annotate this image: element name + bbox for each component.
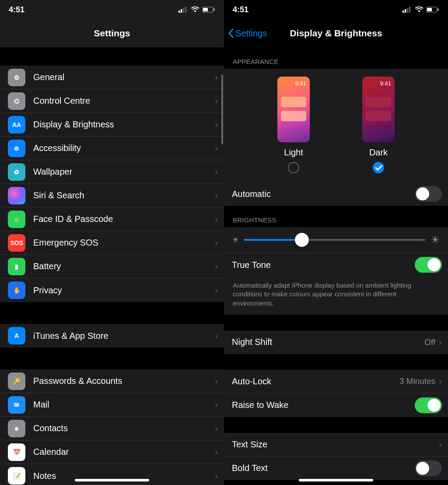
display-brightness-screen: 4:51 Settings Display & Brightness Appea…	[224, 0, 448, 485]
battery-icon	[426, 7, 439, 13]
truetone-note: Automatically adapt iPhone display based…	[224, 277, 448, 315]
settings-row-wallpaper[interactable]: ✿Wallpaper›	[0, 160, 224, 184]
chevron-right-icon: ›	[215, 119, 218, 130]
svg-rect-2	[183, 8, 185, 13]
settings-row-general[interactable]: ⚙︎General›	[0, 66, 224, 89]
chevron-right-icon: ›	[215, 190, 218, 200]
light-radio[interactable]	[288, 162, 299, 173]
appearance-light[interactable]: 9:41 Light	[277, 77, 310, 173]
chevron-right-icon: ›	[215, 167, 218, 177]
chevron-right-icon: ›	[215, 285, 218, 295]
scrollbar[interactable]	[221, 74, 223, 144]
svg-rect-10	[409, 7, 411, 13]
svg-rect-9	[407, 8, 409, 13]
control-centre-icon: ⌬	[8, 92, 25, 110]
raise-toggle[interactable]	[415, 397, 442, 413]
statusbar: 4:51	[224, 0, 448, 19]
settings-row-sos[interactable]: SOSEmergency SOS›	[0, 231, 224, 255]
wallpaper-icon: ✿	[8, 163, 25, 181]
faceid-label: Face ID & Passcode	[33, 214, 215, 224]
settings-row-mail[interactable]: ✉︎Mail›	[0, 393, 224, 417]
brightness-slider[interactable]	[244, 233, 425, 246]
itunes-label: iTunes & App Store	[33, 331, 215, 341]
back-button[interactable]: Settings	[228, 28, 267, 39]
chevron-right-icon: ›	[215, 261, 218, 271]
home-indicator[interactable]	[75, 479, 149, 481]
settings-row-privacy[interactable]: ✋Privacy›	[0, 278, 224, 302]
chevron-right-icon: ›	[215, 72, 218, 82]
brightness-slider-row: ☀︎ ☀︎	[224, 227, 448, 253]
settings-row-passwords[interactable]: 🔑Passwords & Accounts›	[0, 369, 224, 393]
chevron-right-icon: ›	[215, 214, 218, 224]
settings-screen: 4:51 Settings ⚙︎General›⌬Control Centre›…	[0, 0, 224, 485]
notes-icon: 📝	[8, 467, 25, 485]
status-time: 4:51	[233, 5, 248, 14]
battery-icon	[202, 7, 215, 13]
settings-title: Settings	[94, 28, 130, 39]
settings-row-itunes[interactable]: AiTunes & App Store›	[0, 324, 224, 348]
navbar: Settings Display & Brightness	[224, 19, 448, 47]
home-indicator[interactable]	[299, 479, 373, 481]
signal-icon	[178, 7, 188, 13]
svg-rect-0	[178, 11, 180, 13]
sun-large-icon: ☀︎	[430, 234, 440, 246]
chevron-right-icon: ›	[215, 423, 218, 433]
general-label: General	[33, 72, 215, 82]
chevron-right-icon: ›	[215, 238, 218, 248]
chevron-right-icon: ›	[215, 400, 218, 410]
sun-small-icon: ☀︎	[232, 235, 239, 245]
svg-rect-13	[438, 8, 439, 11]
status-icons	[178, 7, 215, 13]
battery-icon: ▮	[8, 258, 25, 275]
accessibility-icon: ⊚	[8, 140, 25, 157]
appearance-dark[interactable]: 9:41 Dark	[362, 77, 395, 173]
faceid-icon: ☺︎	[8, 211, 25, 228]
nightshift-row[interactable]: Night Shift Off ›	[224, 330, 448, 354]
svg-rect-12	[427, 8, 432, 11]
navbar: Settings	[0, 19, 224, 47]
settings-row-contacts[interactable]: ☻Contacts›	[0, 417, 224, 440]
light-label: Light	[284, 148, 303, 158]
chevron-right-icon: ›	[215, 447, 218, 457]
boldtext-toggle[interactable]	[415, 460, 442, 476]
privacy-icon: ✋	[8, 281, 25, 299]
accessibility-label: Accessibility	[33, 143, 215, 153]
section-appearance: Appearance	[224, 47, 448, 69]
status-time: 4:51	[9, 5, 24, 14]
section-brightness: Brightness	[224, 206, 448, 227]
privacy-label: Privacy	[33, 285, 215, 295]
light-preview: 9:41	[277, 77, 310, 142]
siri-search-label: Siri & Search	[33, 190, 215, 200]
truetone-row[interactable]: True Tone	[224, 253, 448, 277]
dark-radio[interactable]	[373, 162, 384, 173]
automatic-row[interactable]: Automatic	[224, 182, 448, 206]
automatic-toggle[interactable]	[415, 186, 442, 202]
truetone-toggle[interactable]	[415, 257, 442, 273]
chevron-right-icon: ›	[215, 471, 218, 481]
settings-row-siri-search[interactable]: Siri & Search›	[0, 184, 224, 207]
calendar-icon: 📅	[8, 443, 25, 461]
svg-rect-8	[405, 9, 406, 13]
contacts-icon: ☻	[8, 420, 25, 437]
settings-row-notes[interactable]: 📝Notes›	[0, 464, 224, 485]
svg-rect-5	[203, 8, 208, 11]
chevron-right-icon: ›	[215, 331, 218, 341]
boldtext-row[interactable]: Bold Text	[224, 457, 448, 480]
textsize-row[interactable]: Text Size ›	[224, 433, 448, 457]
raise-row[interactable]: Raise to Wake	[224, 394, 448, 417]
settings-row-calendar[interactable]: 📅Calendar›	[0, 440, 224, 464]
mail-icon: ✉︎	[8, 396, 25, 414]
chevron-right-icon: ›	[215, 376, 218, 386]
siri-search-icon	[8, 187, 25, 204]
settings-row-faceid[interactable]: ☺︎Face ID & Passcode›	[0, 207, 224, 231]
mail-label: Mail	[33, 400, 215, 410]
settings-row-accessibility[interactable]: ⊚Accessibility›	[0, 137, 224, 160]
settings-row-battery[interactable]: ▮Battery›	[0, 255, 224, 278]
sos-icon: SOS	[8, 234, 25, 252]
settings-row-control-centre[interactable]: ⌬Control Centre›	[0, 89, 224, 113]
contacts-label: Contacts	[33, 423, 215, 433]
autolock-row[interactable]: Auto-Lock 3 Minutes ›	[224, 370, 448, 394]
status-icons	[402, 7, 439, 13]
statusbar: 4:51	[0, 0, 224, 19]
settings-row-display-brightness[interactable]: AADisplay & Brightness›	[0, 113, 224, 137]
